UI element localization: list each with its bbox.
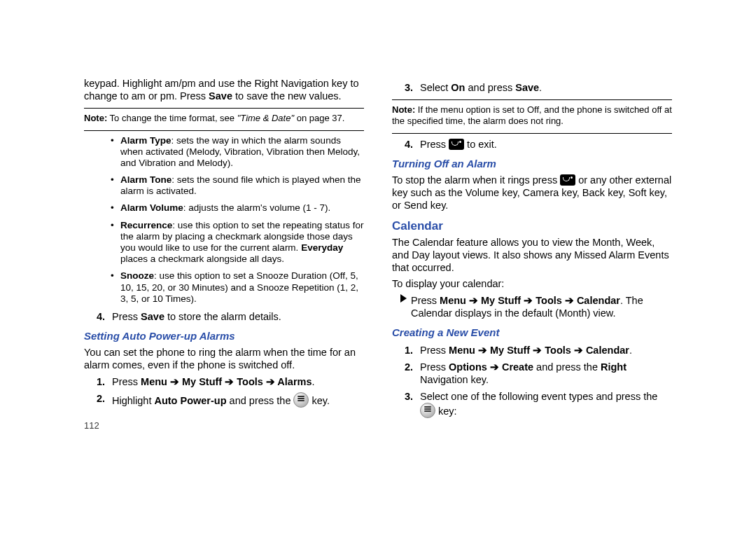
- step-1-menu-alarms: 1. Press Menu ➔ My Stuff ➔ Tools ➔ Alarm…: [97, 375, 364, 388]
- list-item: Recurrence: use this option to set the r…: [120, 220, 364, 265]
- subhead-create-event: Creating a New Event: [392, 326, 672, 340]
- triangle-bullet-icon: [400, 294, 407, 303]
- center-key-icon: [420, 403, 435, 418]
- end-key-icon: [560, 174, 575, 186]
- turn-off-paragraph: To stop the alarm when it rings press or…: [392, 174, 672, 212]
- list-item: Snooze: use this option to set a Snooze …: [120, 270, 364, 305]
- rule-bottom: [84, 130, 364, 131]
- calendar-display-intro: To display your calendar:: [392, 277, 672, 290]
- list-item: Alarm Tone: sets the sound file which is…: [120, 174, 364, 197]
- list-item: Alarm Type: sets the way in which the al…: [120, 135, 364, 169]
- alarm-options-list: Alarm Type: sets the way in which the al…: [84, 135, 364, 305]
- list-item: Alarm Volume: adjusts the alarm's volume…: [120, 202, 364, 214]
- calendar-paragraph: The Calendar feature allows you to view …: [392, 236, 672, 274]
- section-calendar: Calendar: [392, 219, 672, 233]
- manual-page: keypad. Highlight am/pm and use the Righ…: [0, 0, 756, 459]
- subhead-turn-off-alarm: Turning Off an Alarm: [392, 158, 672, 171]
- subhead-auto-powerup: Setting Auto Power-up Alarms: [84, 330, 364, 343]
- rule-top: [84, 108, 364, 109]
- step-3-event-types: 3. Select one of the following event typ…: [405, 390, 672, 418]
- intro-paragraph: keypad. Highlight am/pm and use the Righ…: [84, 77, 364, 102]
- step-4-exit: 4. Press to exit.: [405, 138, 672, 151]
- right-column: 3. Select On and press Save. Note: If th…: [392, 77, 672, 431]
- rule-bottom-r: [392, 133, 672, 134]
- step-2-options-create: 2. Press Options ➔ Create and press the …: [405, 361, 672, 386]
- note-time-format: Note: To change the time format, see "Ti…: [84, 113, 364, 124]
- step-2-auto-powerup: 2. Highlight Auto Power-up and press the…: [97, 392, 364, 408]
- step-4-save: 4. Press Save to store the alarm details…: [97, 310, 364, 323]
- end-key-icon: [449, 139, 464, 150]
- page-number: 112: [84, 420, 364, 431]
- note-off-no-ring: Note: If the menu option is set to Off, …: [392, 104, 672, 127]
- step-triangle-calendar: Press Menu ➔ My Stuff ➔ Tools ➔ Calendar…: [400, 294, 672, 319]
- center-key-icon: [293, 392, 309, 408]
- step-3-select-on: 3. Select On and press Save.: [405, 81, 672, 94]
- rule-top-r: [392, 99, 672, 100]
- step-1-calendar: 1. Press Menu ➔ My Stuff ➔ Tools ➔ Calen…: [405, 344, 672, 356]
- auto-powerup-paragraph: You can set the phone to ring the alarm …: [84, 346, 364, 371]
- left-column: keypad. Highlight am/pm and use the Righ…: [84, 77, 364, 431]
